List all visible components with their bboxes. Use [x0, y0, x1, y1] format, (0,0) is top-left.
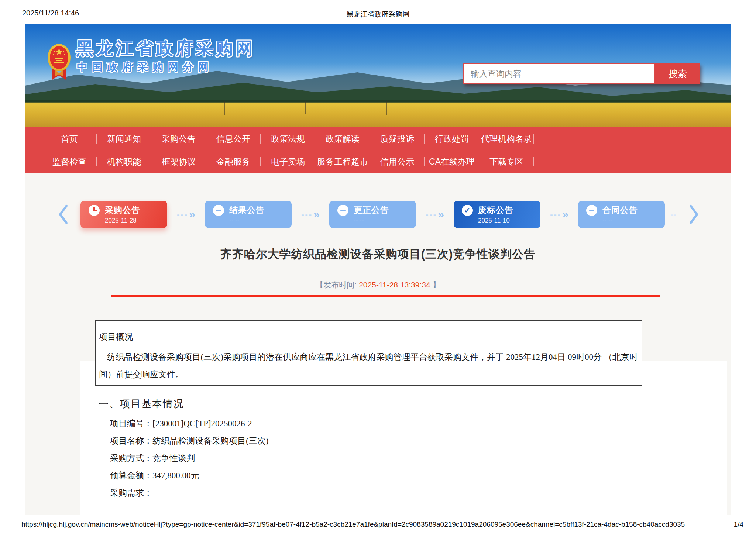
nav-item-downloads[interactable]: 下载专区 [479, 156, 534, 168]
flow-step-correction-notice[interactable]: 更正公告 -- -- [329, 201, 416, 228]
overview-text: 纺织品检测设备采购项目(三次)采购项目的潜在供应商应在黑龙江省政府采购管理平台获… [99, 348, 638, 383]
nav-item-complaints[interactable]: 质疑投诉 [370, 133, 425, 145]
minus-icon [586, 205, 597, 216]
flow-step-result-notice[interactable]: 结果公告 -- -- [205, 201, 292, 228]
flow-step-label: 采购公告 [105, 204, 140, 216]
flow-step-date: -- -- [354, 217, 416, 224]
flow-step-date: 2025-11-28 [105, 217, 167, 224]
minus-icon [337, 205, 348, 216]
field-procurement-method: 采购方式：竞争性谈判 [110, 449, 268, 467]
nav-item-framework-agreement[interactable]: 框架协议 [151, 156, 206, 168]
flow-arrow-icon: ---» [540, 209, 578, 220]
field-project-number: 项目编号：[230001]QC[TP]20250026-2 [110, 415, 268, 432]
nav-item-home[interactable]: 首页 [42, 133, 97, 145]
clock-icon [89, 205, 100, 216]
print-page-title: 黑龙江省政府采购网 [0, 10, 756, 19]
field-project-name: 项目名称：纺织品检测设备采购项目(三次) [110, 432, 268, 449]
field-label: 采购需求： [110, 488, 152, 497]
flow-step-procurement-notice[interactable]: 采购公告 2025-11-28 [80, 201, 167, 228]
search-box: 搜索 [463, 63, 700, 84]
flow-arrow-icon: ---» [416, 209, 454, 220]
flow-arrow-icon: ---» [292, 209, 329, 220]
site-banner: 黑龙江省政府采购网 中国政府采购网分网 搜索 [25, 24, 731, 127]
nav-item-service-project-mall[interactable]: 服务工程超市 [315, 156, 370, 168]
flow-arrow-icon: ---» [167, 209, 205, 220]
flow-dash-icon: -- [665, 210, 682, 219]
nav-item-financial-services[interactable]: 金融服务 [206, 156, 261, 168]
search-input[interactable] [463, 63, 655, 84]
site-subtitle: 中国政府采购网分网 [77, 60, 213, 75]
main-nav: 首页 新闻通知 采购公告 信息公开 政策法规 政策解读 质疑投诉 行政处罚 代理… [25, 127, 731, 173]
field-label: 项目编号： [110, 419, 152, 428]
nav-item-agency-directory[interactable]: 代理机构名录 [479, 133, 534, 145]
field-value: 347,800.00元 [152, 471, 199, 480]
overview-heading: 项目概况 [99, 331, 638, 342]
field-label: 预算金额： [110, 471, 152, 480]
field-value: [230001]QC[TP]20250026-2 [152, 419, 252, 428]
nav-item-e-marketplace[interactable]: 电子卖场 [261, 156, 315, 168]
section-heading-basic-info: 一、项目基本情况 [99, 397, 184, 410]
flow-step-label: 合同公告 [602, 204, 638, 216]
chevron-right-icon [689, 204, 699, 224]
nav-item-supervision[interactable]: 监督检查 [42, 156, 97, 168]
flow-step-cancellation-notice[interactable]: ✓ 废标公告 2025-11-10 [454, 201, 540, 228]
nav-row-1: 首页 新闻通知 采购公告 信息公开 政策法规 政策解读 质疑投诉 行政处罚 代理… [25, 127, 731, 150]
flow-step-date: 2025-11-10 [478, 217, 540, 224]
print-footer-page-number: 1/4 [734, 520, 743, 528]
field-procurement-requirements: 采购需求： [110, 484, 268, 502]
chevron-left-icon [58, 204, 68, 224]
nav-item-policies[interactable]: 政策法规 [261, 133, 315, 145]
site-title: 黑龙江省政府采购网 [76, 37, 255, 60]
nav-item-news[interactable]: 新闻通知 [97, 133, 151, 145]
nav-item-ca-online[interactable]: CA在线办理 [425, 156, 479, 168]
nav-item-administrative-penalty[interactable]: 行政处罚 [425, 133, 479, 145]
field-value: 竞争性谈判 [152, 454, 195, 463]
field-label: 项目名称： [110, 436, 152, 445]
notice-flow: 采购公告 2025-11-28 ---» 结果公告 -- -- ---» 更正公… [55, 200, 702, 228]
project-fields: 项目编号：[230001]QC[TP]20250026-2 项目名称：纺织品检测… [110, 415, 268, 502]
field-budget-amount: 预算金额：347,800.00元 [110, 467, 268, 484]
flow-step-date: -- -- [602, 217, 665, 224]
print-footer-url: https://hljcg.hlj.gov.cn/maincms-web/not… [21, 520, 685, 528]
nav-item-credit-publicity[interactable]: 信用公示 [370, 156, 425, 168]
minus-icon [213, 205, 224, 216]
search-button[interactable]: 搜索 [655, 63, 700, 84]
red-divider [111, 295, 660, 297]
nav-item-info-disclosure[interactable]: 信息公开 [206, 133, 261, 145]
publish-time: 2025-11-28 13:39:34 [357, 280, 432, 289]
check-icon: ✓ [462, 205, 473, 216]
publish-time-line: 【发布时间:2025-11-28 13:39:34】 [0, 280, 756, 290]
flow-next-button[interactable] [689, 204, 699, 224]
project-overview-box: 项目概况 纺织品检测设备采购项目(三次)采购项目的潜在供应商应在黑龙江省政府采购… [95, 320, 642, 386]
field-value: 纺织品检测设备采购项目(三次) [152, 436, 268, 445]
nav-row-2: 监督检查 机构职能 框架协议 金融服务 电子卖场 服务工程超市 信用公示 CA在… [25, 150, 731, 173]
field-label: 采购方式： [110, 454, 152, 463]
nav-item-procurement-notices[interactable]: 采购公告 [151, 133, 206, 145]
publish-label: 【发布时间: [316, 280, 357, 289]
flow-step-label: 结果公告 [229, 204, 265, 216]
flow-step-contract-notice[interactable]: 合同公告 -- -- [578, 201, 665, 228]
article-title: 齐齐哈尔大学纺织品检测设备采购项目(三次)竞争性谈判公告 [0, 247, 756, 262]
flow-prev-button[interactable] [58, 204, 68, 224]
nav-item-functions[interactable]: 机构职能 [97, 156, 151, 168]
nav-item-policy-interpretation[interactable]: 政策解读 [315, 133, 370, 145]
flow-step-label: 更正公告 [354, 204, 389, 216]
publish-label-close: 】 [433, 280, 440, 289]
flow-step-date: -- -- [229, 217, 292, 224]
flow-step-label: 废标公告 [478, 204, 513, 216]
national-emblem-icon [47, 43, 71, 83]
